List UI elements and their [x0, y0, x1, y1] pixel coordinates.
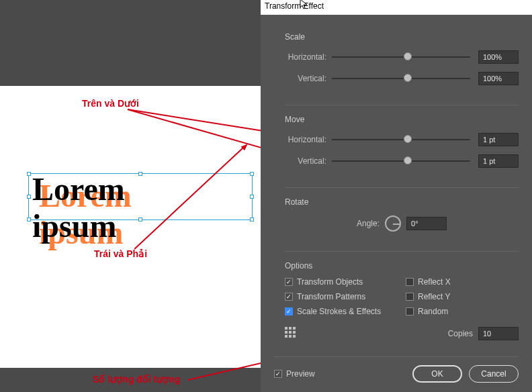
- angle-label: Angle:: [357, 219, 380, 228]
- move-horizontal-label: Horizontal:: [285, 135, 332, 144]
- move-horizontal-slider[interactable]: [332, 139, 470, 140]
- reflect-y-checkbox[interactable]: Reflect Y: [406, 292, 519, 301]
- angle-dial[interactable]: [385, 215, 401, 232]
- scale-horizontal-field[interactable]: 100%: [478, 50, 519, 64]
- options-section: Options Transform Objects Reflect X Tran…: [285, 261, 519, 340]
- scale-strokes-checkbox[interactable]: Scale Strokes & Effects: [285, 307, 398, 316]
- move-vertical-slider[interactable]: [332, 160, 470, 162]
- options-title: Options: [285, 261, 519, 271]
- panel-footer: Preview OK Cancel: [274, 356, 519, 383]
- reflect-x-checkbox[interactable]: Reflect X: [406, 277, 519, 287]
- annotation-top-bottom: Trên và Dưới: [82, 98, 139, 109]
- move-title: Move: [285, 115, 519, 124]
- ok-button[interactable]: OK: [412, 365, 462, 383]
- scale-vertical-slider[interactable]: [332, 78, 470, 79]
- annotation-copies: Số lượng đối tượng: [93, 374, 180, 385]
- divider: [285, 105, 519, 105]
- angle-field[interactable]: 0°: [406, 217, 447, 230]
- divider: [285, 187, 519, 188]
- move-section: Move Horizontal: 1 pt Vertical: 1 pt: [285, 115, 519, 170]
- transform-effect-panel: Transform Effect Scale Horizontal: 100% …: [261, 0, 532, 392]
- copies-label: Copies: [448, 329, 473, 338]
- scale-section: Scale Horizontal: 100% Vertical: 100%: [285, 32, 519, 87]
- annotation-left-right: Trái và Phải: [94, 248, 147, 259]
- panel-title: Transform Effect: [261, 0, 532, 15]
- scale-vertical-field[interactable]: 100%: [478, 72, 519, 85]
- canvas-area: Lorem ipsum Lorem ipsum Trên và Dưới Trá…: [0, 0, 261, 392]
- move-vertical-label: Vertical:: [285, 156, 332, 166]
- rotate-title: Rotate: [285, 197, 519, 207]
- scale-vertical-label: Vertical:: [285, 74, 332, 83]
- scale-title: Scale: [285, 32, 519, 42]
- scale-horizontal-label: Horizontal:: [285, 52, 332, 62]
- scale-horizontal-slider[interactable]: [332, 56, 470, 58]
- preview-checkbox[interactable]: Preview: [274, 369, 315, 379]
- transform-patterns-checkbox[interactable]: Transform Patterns: [285, 292, 398, 301]
- cancel-button[interactable]: Cancel: [469, 365, 519, 383]
- copies-field[interactable]: 10: [478, 327, 519, 340]
- move-horizontal-field[interactable]: 1 pt: [478, 133, 519, 146]
- random-checkbox[interactable]: Random: [406, 307, 519, 316]
- rotate-section: Rotate Angle: 0°: [285, 197, 519, 234]
- move-vertical-field[interactable]: 1 pt: [478, 154, 519, 168]
- divider: [285, 251, 519, 252]
- cursor-icon: [300, 0, 309, 11]
- reference-point-icon[interactable]: [285, 327, 298, 340]
- selection-box[interactable]: [28, 173, 253, 220]
- transform-objects-checkbox[interactable]: Transform Objects: [285, 277, 398, 287]
